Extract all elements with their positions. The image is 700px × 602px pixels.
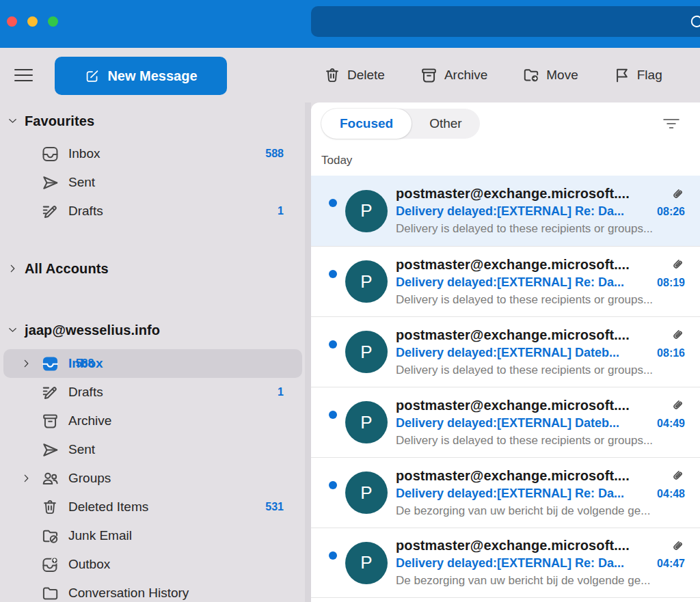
pane-splitter[interactable] (305, 102, 311, 602)
folder-icon (41, 584, 59, 602)
unread-count: 588 (76, 357, 94, 370)
sidebar-item-favourites-sent[interactable]: Sent (0, 168, 311, 197)
message-time: 04:47 (657, 558, 685, 570)
account-section-header[interactable]: jaap@wesselius.info (0, 316, 311, 344)
sidebar-item-conversation-history[interactable]: Conversation History (0, 579, 311, 602)
paperclip-icon (670, 398, 685, 413)
sidebar-item-favourites-inbox[interactable]: Inbox 588 (0, 139, 311, 168)
sidebar-item-archive[interactable]: Archive (0, 407, 311, 435)
all-accounts-section-header[interactable]: All Accounts (0, 254, 311, 283)
message-time: 08:26 (657, 206, 685, 218)
favourites-section-header[interactable]: Favourites (0, 107, 311, 135)
message-row[interactable]: P postmaster@exchange.microsoft.... Deli… (311, 528, 700, 598)
message-sender: postmaster@exchange.microsoft.... (396, 186, 630, 202)
sidebar-item-junk-email[interactable]: Junk Email (0, 521, 311, 550)
flag-icon (613, 66, 631, 84)
chevron-down-icon (7, 325, 18, 336)
message-subject: Delivery delayed:[EXTERNAL] Re: Da... (396, 275, 624, 290)
chevron-right-icon[interactable] (21, 358, 32, 370)
paperclip-icon (670, 538, 685, 553)
avatar: P (345, 471, 388, 514)
chevron-down-icon (7, 115, 18, 127)
compose-icon (84, 68, 100, 84)
drafts-icon (41, 202, 59, 221)
message-list-panel: Focused Other Today P postmaster@exchang… (311, 102, 700, 602)
archive-icon (41, 412, 59, 430)
message-preview: Delivery is delayed to these recipients … (396, 293, 685, 307)
sidebar-item-groups[interactable]: Groups (0, 464, 311, 493)
message-row[interactable]: P postmaster@exchange.microsoft.... Deli… (311, 457, 700, 528)
inbox-tabs: Focused Other (321, 109, 480, 139)
sidebar-item-inbox[interactable]: Inbox 588 (0, 349, 311, 378)
junk-folder-icon (41, 527, 59, 545)
send-icon (41, 174, 59, 192)
message-time: 04:48 (657, 488, 685, 500)
sidebar-item-drafts[interactable]: Drafts 1 (0, 378, 311, 407)
paperclip-icon (670, 257, 685, 272)
draft-count: 1 (278, 386, 284, 398)
message-sender: postmaster@exchange.microsoft.... (396, 538, 630, 553)
move-icon (522, 66, 540, 84)
message-sender: postmaster@exchange.microsoft.... (396, 398, 630, 413)
hamburger-menu-icon[interactable] (14, 48, 33, 102)
draft-count: 1 (278, 205, 284, 217)
paperclip-icon (670, 327, 685, 342)
sidebar-item-sent[interactable]: Sent (0, 435, 311, 464)
inbox-icon (41, 145, 59, 163)
unread-dot (329, 551, 337, 560)
unread-dot (329, 340, 337, 348)
delete-button[interactable]: Delete (323, 66, 385, 84)
outbox-icon (41, 556, 59, 574)
close-window-button[interactable] (7, 16, 17, 27)
chevron-right-icon[interactable] (21, 473, 32, 484)
zoom-window-button[interactable] (48, 16, 58, 27)
avatar: P (345, 190, 388, 232)
unread-count: 588 (265, 148, 284, 160)
message-subject: Delivery delayed:[EXTERNAL] Re: Da... (396, 204, 624, 219)
flag-button[interactable]: Flag (613, 66, 662, 84)
all-accounts-label: All Accounts (25, 261, 109, 277)
trash-icon (41, 498, 59, 517)
sidebar-item-favourites-drafts[interactable]: Drafts 1 (0, 197, 311, 225)
move-button[interactable]: Move (522, 66, 578, 84)
window-titlebar (0, 0, 700, 48)
unread-dot (329, 481, 337, 489)
message-sender: postmaster@exchange.microsoft.... (396, 257, 630, 273)
sidebar-item-deleted-items[interactable]: Deleted Items 531 (0, 493, 311, 521)
message-row[interactable]: P postmaster@exchange.microsoft.... Deli… (311, 387, 700, 457)
avatar: P (345, 542, 388, 584)
message-time: 08:19 (657, 277, 685, 289)
unread-dot (329, 411, 337, 419)
account-label: jaap@wesselius.info (25, 323, 160, 338)
message-time: 04:49 (657, 418, 685, 430)
new-message-button[interactable]: New Message (55, 57, 227, 95)
avatar: P (345, 401, 388, 443)
message-preview: Delivery is delayed to these recipients … (396, 222, 685, 236)
paperclip-icon (670, 468, 685, 483)
message-preview: De bezorging van uw bericht bij de volge… (396, 574, 685, 588)
tab-other[interactable]: Other (412, 116, 480, 131)
minimize-window-button[interactable] (27, 16, 38, 27)
drafts-icon (41, 383, 59, 402)
favourites-label: Favourites (25, 113, 94, 129)
chevron-right-icon (7, 263, 18, 275)
message-subject: Delivery delayed:[EXTERNAL] Re: Da... (396, 487, 624, 501)
toolbar: New Message Delete Archive Move Flag (0, 48, 700, 102)
sidebar-item-outbox[interactable]: Outbox (0, 550, 311, 579)
message-row[interactable]: P postmaster@exchange.microsoft.... Deli… (311, 176, 700, 246)
message-preview: De bezorging van uw bericht bij de volge… (396, 504, 685, 518)
message-preview: Delivery is delayed to these recipients … (396, 364, 685, 377)
message-row[interactable]: P postmaster@exchange.microsoft.... Deli… (311, 246, 700, 316)
date-group-header: Today (311, 145, 700, 176)
tab-focused[interactable]: Focused (321, 109, 412, 139)
archive-button[interactable]: Archive (420, 66, 487, 85)
folder-sidebar: Favourites Inbox 588 Sent Drafts 1 All A… (0, 102, 311, 602)
message-preview: Delivery is delayed to these recipients … (396, 434, 685, 448)
search-input[interactable] (311, 6, 700, 37)
filter-icon[interactable] (662, 116, 681, 131)
message-sender: postmaster@exchange.microsoft.... (396, 327, 630, 343)
avatar: P (345, 260, 388, 303)
archive-icon (420, 66, 438, 85)
message-row[interactable]: P postmaster@exchange.microsoft.... Deli… (311, 316, 700, 387)
message-subject: Delivery delayed:[EXTERNAL] Re: Da... (396, 556, 624, 571)
